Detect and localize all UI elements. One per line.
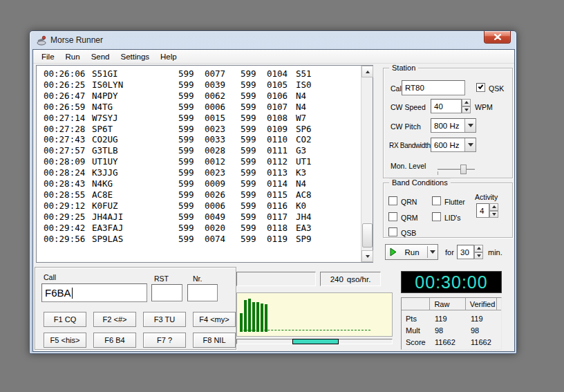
log-row[interactable]: 00:29:56SP9LAS59900745990119SP9	[37, 234, 360, 245]
nr-sent: 0077	[205, 68, 241, 80]
nr-sent: 0023	[205, 167, 241, 178]
qso-call: N4KG	[92, 178, 178, 189]
rx-bandwidth-select[interactable]: 600 Hz	[431, 138, 476, 152]
arrow-up-icon	[492, 205, 496, 208]
spin-down-button[interactable]	[474, 252, 483, 260]
score-header-row: Raw Verified	[402, 298, 501, 310]
log-row[interactable]: 00:28:09UT1UY59900125990112UT1	[37, 156, 360, 167]
fkey-f2-button[interactable]: F2 <#>	[93, 312, 136, 327]
log-scrollbar[interactable]	[361, 66, 373, 262]
qsk-label: QSK	[489, 84, 504, 93]
minutes-value[interactable]: 30	[457, 245, 474, 259]
nr-sent: 0023	[205, 124, 241, 135]
cw-speed-value[interactable]: 40	[431, 99, 462, 113]
rst-sent: 599	[178, 102, 205, 113]
spin-down-button[interactable]	[489, 211, 498, 218]
fkey-f6-button[interactable]: F6 B4	[93, 333, 136, 348]
fkey-f8-button[interactable]: F8 NIL	[193, 333, 236, 348]
spin-up-button[interactable]	[474, 245, 483, 252]
activity-value[interactable]: 4	[476, 203, 489, 218]
qsk-checkbox[interactable]	[476, 83, 485, 92]
log-row[interactable]: 00:28:24K3JJG59900235990113K3	[37, 167, 360, 178]
lids-label: LID's	[444, 214, 461, 222]
score-header-empty	[402, 298, 430, 310]
mon-level-slider[interactable]	[438, 164, 475, 175]
spin-up-button[interactable]	[489, 203, 498, 211]
rst-sent: 599	[178, 113, 205, 124]
cw-speed-spinner[interactable]: 40	[431, 99, 471, 113]
spin-down-button[interactable]	[462, 106, 471, 114]
nr-sent: 0049	[205, 212, 241, 223]
log-row[interactable]: 00:28:43N4KG59900095990114N4	[37, 178, 360, 189]
menu-item-help[interactable]: Help	[155, 51, 182, 62]
log-row[interactable]: 00:29:42EA3FAJ59900205990118EA3	[37, 223, 360, 234]
station-call-input[interactable]: RT80	[402, 80, 465, 95]
progress-fill	[292, 339, 339, 344]
chevron-down-icon	[468, 124, 473, 127]
scroll-up-button[interactable]	[361, 66, 373, 77]
menu-item-run[interactable]: Run	[60, 51, 86, 62]
call-input[interactable]: F6BA	[41, 283, 147, 302]
scroll-thumb[interactable]	[362, 223, 373, 248]
log-row[interactable]: 00:26:25IS0LYN59900395990105IS0	[37, 80, 360, 91]
fkey-f1-button[interactable]: F1 CQ	[44, 312, 86, 327]
qso-prefix: UT1	[296, 156, 360, 167]
rst-sent: 599	[178, 200, 205, 212]
qso-log[interactable]: 00:26:06S51GI59900775990104S5100:26:25IS…	[36, 65, 373, 263]
log-row[interactable]: 00:27:14W7SYJ59900155990108W7	[37, 113, 360, 124]
qso-prefix: AC8	[296, 189, 360, 200]
menu-item-send[interactable]: Send	[86, 51, 115, 62]
rst-sent: 599	[178, 212, 205, 223]
cw-pitch-select[interactable]: 800 Hz	[431, 118, 476, 133]
log-row[interactable]: 00:27:57G3TLB59900285990111G3	[37, 145, 360, 156]
fkey-f3-button[interactable]: F3 TU	[143, 312, 186, 327]
qrm-checkbox[interactable]	[388, 212, 397, 221]
chevron-down-icon	[430, 250, 435, 254]
qso-time: 00:28:24	[44, 167, 92, 178]
station-group-label: Station	[389, 64, 418, 72]
qso-prefix: N4	[296, 178, 360, 189]
qso-call: K3JJG	[92, 167, 178, 178]
rst-sent: 599	[178, 178, 205, 189]
log-row[interactable]: 00:27:43CO2UG59900335990110CO2	[37, 134, 360, 145]
fkey-f4-button[interactable]: F4 <my>	[193, 312, 236, 327]
menu-item-settings[interactable]: Settings	[115, 51, 156, 62]
flutter-checkbox[interactable]	[432, 196, 441, 205]
fkey-f5-button[interactable]: F5 <his>	[44, 333, 86, 348]
log-row[interactable]: 00:26:06S51GI59900775990104S51	[37, 68, 360, 80]
title-bar[interactable]: Morse Runner	[30, 31, 516, 49]
rst-input[interactable]	[151, 284, 182, 301]
run-button[interactable]: Run	[385, 244, 438, 260]
nr-sent: 0020	[205, 223, 241, 234]
minutes-spinner[interactable]: 30	[457, 245, 483, 259]
lids-checkbox[interactable]	[432, 212, 441, 221]
log-row[interactable]: 00:28:55AC8E59900265990115AC8	[37, 189, 360, 200]
nr-input[interactable]	[187, 284, 218, 301]
qsb-checkbox[interactable]	[388, 227, 397, 236]
spin-up-button[interactable]	[462, 99, 471, 106]
log-row[interactable]: 00:29:25JH4AJI59900495990117JH4	[37, 212, 360, 223]
menu-item-file[interactable]: File	[36, 51, 60, 62]
close-button[interactable]	[484, 31, 511, 44]
scroll-down-button[interactable]	[361, 250, 373, 262]
log-row[interactable]: 00:26:47N4PDY59900625990106N4	[37, 91, 360, 102]
qso-call: SP6T	[92, 124, 178, 135]
qso-time: 00:29:42	[44, 223, 92, 234]
score-row: Pts119119	[402, 312, 501, 324]
dropdown-button[interactable]	[464, 138, 476, 151]
log-row[interactable]: 00:29:12K0FUZ59900065990116K0	[37, 200, 360, 212]
rst-rcvd: 599	[241, 156, 267, 167]
activity-spinner[interactable]: 4	[476, 203, 498, 218]
fkey-f7-button[interactable]: F7 ?	[143, 333, 186, 348]
dropdown-button[interactable]	[464, 119, 476, 132]
log-row[interactable]: 00:26:59N4TG59900065990107N4	[37, 102, 360, 113]
nr-rcvd: 0113	[267, 167, 296, 178]
rst-rcvd: 599	[241, 178, 267, 189]
slider-thumb[interactable]	[460, 165, 467, 174]
qrn-checkbox[interactable]	[388, 196, 397, 205]
score-raw-value: 98	[431, 326, 467, 335]
run-dropdown-button[interactable]	[428, 250, 438, 254]
log-row[interactable]: 00:27:28SP6T59900235990109SP6	[37, 124, 360, 135]
score-verified-value: 98	[467, 326, 498, 335]
rst-sent: 599	[178, 145, 205, 156]
